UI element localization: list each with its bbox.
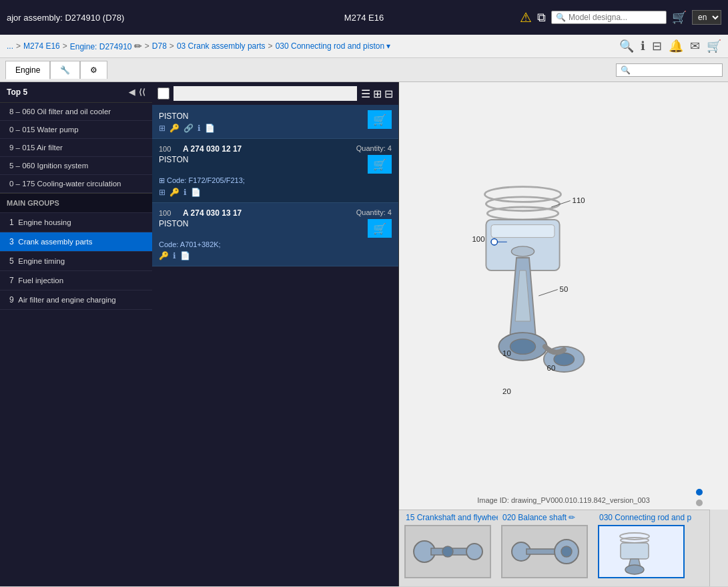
tab-search-icon: 🔍: [621, 65, 631, 75]
svg-text:60: 60: [547, 364, 555, 372]
collapse-icon[interactable]: ◀: [129, 87, 135, 97]
breadcrumb-tools: 🔍 ℹ ⊟ 🔔 ✉ 🛒: [619, 39, 721, 53]
sidebar-item-fuel[interactable]: 7 Fuel injection: [0, 271, 152, 290]
notification-icon[interactable]: 🔔: [669, 39, 683, 53]
top-bar: ajor assembly: D274910 (D78) M274 E16 ⚠ …: [0, 0, 728, 35]
dot-active[interactable]: [696, 489, 703, 496]
tab-search-input[interactable]: [633, 65, 720, 75]
part-item-top: PISTON ⊞ 🔑 🔗 ℹ 📄 🛒: [152, 105, 398, 139]
sidebar-item-water-pump[interactable]: 0 – 015 Water pump: [0, 121, 152, 139]
sidebar-group-id-7: 7: [9, 276, 18, 285]
info-icon-2[interactable]: ℹ: [173, 251, 176, 260]
dot-inactive[interactable]: [696, 500, 703, 506]
link-icon[interactable]: 🔗: [184, 124, 194, 133]
grid-icon-1[interactable]: ⊞: [159, 188, 165, 197]
add-to-cart-btn-top[interactable]: 🛒: [368, 110, 392, 129]
svg-point-10: [491, 239, 498, 246]
sidebar-item-timing[interactable]: 5 Engine timing: [0, 252, 152, 271]
sidebar-item-engine-housing[interactable]: 1 Engine housing: [0, 213, 152, 232]
qty-label-1: Quantity: 4: [356, 144, 392, 152]
image-view: 100 110 50 10 60 20 Image ID: drawing_PV…: [399, 82, 728, 510]
breadcrumb-link-d78[interactable]: D78: [152, 41, 167, 51]
parts-select-all-checkbox[interactable]: [157, 87, 169, 100]
engine-diagram: 100 110 50 10 60 20: [441, 169, 668, 423]
cart-icon[interactable]: 🛒: [672, 10, 687, 25]
engine-tab-label: Engine: [15, 65, 40, 75]
edit-link-icon-2[interactable]: ✏: [569, 513, 575, 522]
add-to-cart-btn-2[interactable]: 🛒: [368, 219, 392, 238]
tab-engine[interactable]: Engine: [5, 61, 50, 79]
info-icon-part[interactable]: ℹ: [198, 124, 201, 133]
part-icons-2: 🔑 ℹ 📄: [159, 251, 392, 260]
svg-text:50: 50: [559, 285, 568, 293]
sidebar-item-air-filter[interactable]: 9 – 015 Air filter: [0, 139, 152, 157]
model-search-input[interactable]: [569, 13, 662, 22]
svg-point-5: [511, 246, 534, 256]
part-icons-1: ⊞ 🔑 ℹ 📄: [159, 188, 392, 197]
filter-icon[interactable]: ⊟: [652, 39, 662, 53]
parts-panel: ☰ ⊞ ⊟ PISTON ⊞ 🔑 🔗 ℹ 📄 🛒: [152, 82, 399, 586]
parts-search-input[interactable]: [173, 86, 357, 101]
sidebar-item-cooling[interactable]: 0 – 175 Cooling-water circulation: [0, 175, 152, 193]
key-icon[interactable]: 🔑: [169, 124, 179, 133]
part-item-2-header: 100 A 274 030 13 17 PISTON Quantity: 4 🛒: [159, 208, 392, 238]
double-collapse-icon[interactable]: ⟨⟨: [139, 87, 145, 97]
breadcrumb: ... > M274 E16 > Engine: D274910 ✏ > D78…: [0, 35, 728, 58]
tab-search-box[interactable]: 🔍: [616, 63, 723, 77]
part-code-2: A 274 030 13 17: [183, 208, 242, 218]
key-icon-2[interactable]: 🔑: [159, 251, 169, 260]
svg-point-31: [625, 565, 644, 574]
parts-search-row: ☰ ⊞ ⊟: [152, 82, 398, 105]
sidebar-item-air-charging[interactable]: 9 Air filter and engine charging: [0, 290, 152, 310]
info-icon-1[interactable]: ℹ: [184, 188, 187, 197]
info-icon[interactable]: ℹ: [641, 39, 645, 53]
breadcrumb-link-crank[interactable]: 03 Crank assembly parts: [177, 41, 266, 51]
expand-view-icon[interactable]: ⊟: [384, 87, 393, 100]
thumbnail-label-connecting-rod: 030 Connecting rod and piston ✏: [598, 510, 691, 525]
part-qty-2: Quantity: 4 🛒: [356, 208, 392, 238]
zoom-in-icon[interactable]: 🔍: [619, 39, 634, 53]
language-select[interactable]: en de fr: [692, 10, 721, 25]
model-search-box[interactable]: 🔍: [551, 11, 667, 24]
svg-rect-30: [621, 543, 649, 559]
svg-text:10: 10: [502, 349, 511, 357]
breadcrumb-connecting-rod[interactable]: 030 Connecting rod and piston ▾: [276, 41, 391, 51]
list-view-icon[interactable]: ☰: [361, 87, 370, 100]
grid-view-icon[interactable]: ⊞: [373, 87, 382, 100]
thumbnail-label-balance-shaft: 020 Balance shaft ✏: [501, 510, 595, 525]
tab-gear[interactable]: ⚙: [80, 61, 107, 79]
thumbnail-crankshaft[interactable]: 15 Crankshaft and flywheel ✏: [404, 510, 501, 578]
thumbnail-balance-shaft[interactable]: 020 Balance shaft ✏: [501, 510, 598, 578]
main-layout: Top 5 ◀ ⟨⟨ 8 – 060 Oil filter and oil co…: [0, 82, 728, 586]
svg-point-23: [442, 546, 453, 557]
sidebar-group-id-3: 3: [9, 237, 18, 246]
tab-bar: Engine 🔧 ⚙ 🔍: [0, 58, 728, 82]
grid-icon[interactable]: ⊞: [159, 124, 165, 133]
thumbnail-connecting-rod[interactable]: 030 Connecting rod and piston ✏: [598, 510, 695, 578]
breadcrumb-link-engine[interactable]: Engine: D274910 ✏: [70, 41, 142, 51]
mail-icon[interactable]: ✉: [690, 39, 700, 53]
part-name-2: PISTON: [159, 219, 242, 228]
part-item-2-left: 100 A 274 030 13 17 PISTON: [159, 208, 242, 230]
doc-icon-2[interactable]: 📄: [180, 251, 190, 260]
doc-icon-1[interactable]: 📄: [191, 188, 201, 197]
tab-wrench[interactable]: 🔧: [50, 61, 80, 79]
sidebar-header-icons: ◀ ⟨⟨: [129, 87, 145, 97]
breadcrumb-link-start[interactable]: ...: [7, 41, 13, 51]
warning-icon[interactable]: ⚠: [520, 9, 532, 25]
sidebar-main-groups-header: Main groups: [0, 193, 152, 213]
add-to-cart-btn-1[interactable]: 🛒: [368, 155, 392, 174]
image-id-label: Image ID: drawing_PV000.010.119.842_vers…: [477, 496, 650, 504]
cart-icon-breadcrumb[interactable]: 🛒: [707, 39, 721, 53]
part-icons-top: ⊞ 🔑 🔗 ℹ 📄: [159, 124, 392, 133]
sidebar-header: Top 5 ◀ ⟨⟨: [0, 82, 152, 103]
sidebar-item-ignition[interactable]: 5 – 060 Ignition system: [0, 157, 152, 175]
sidebar-item-oil-filter[interactable]: 8 – 060 Oil filter and oil cooler: [0, 103, 152, 121]
sidebar-item-crank[interactable]: 3 Crank assembly parts: [0, 232, 152, 252]
key-icon-1[interactable]: 🔑: [169, 188, 179, 197]
breadcrumb-link-m274[interactable]: M274 E16: [23, 41, 60, 51]
doc-icon[interactable]: 📄: [205, 124, 215, 133]
copy-icon[interactable]: ⧉: [537, 11, 546, 25]
thumbnail-label-crankshaft: 15 Crankshaft and flywheel ✏: [404, 510, 498, 525]
search-icon: 🔍: [556, 13, 566, 22]
